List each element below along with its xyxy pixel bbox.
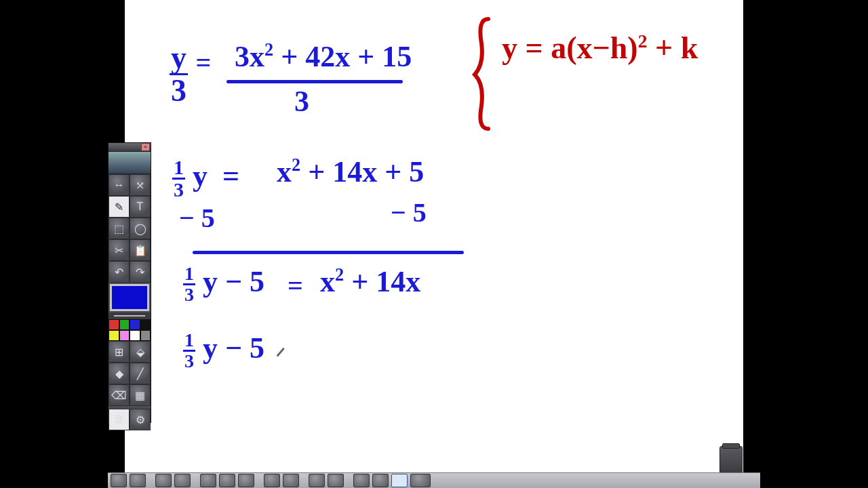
tb-zoomout[interactable] [353, 474, 370, 487]
eq1-rhs-num: 3x2 + 42x + 15 [235, 39, 412, 74]
swatch-green[interactable] [119, 319, 130, 330]
tool-rect[interactable]: ⬚ [108, 218, 130, 239]
palette-preview [108, 152, 151, 174]
tb-cut[interactable] [200, 474, 216, 487]
palette-extra-grid: ⊞ ⬙ ◆ ╱ ⌫ ▦ [108, 341, 151, 406]
pen-cursor-icon [273, 345, 289, 361]
palette-titlebar[interactable]: × [108, 143, 151, 152]
eq3-rhs: x2 + 14x [320, 264, 420, 299]
eq1-lhs: y3 = [170, 42, 211, 106]
eq3-lhs: 13 y − 5 [183, 264, 264, 304]
eq1-rhs-den: 3 [294, 84, 309, 119]
tool-stamp[interactable]: ⊞ [108, 341, 130, 363]
tool-cut[interactable]: ✂ [108, 239, 130, 261]
swatch-blue[interactable] [130, 319, 140, 330]
tool-erase[interactable]: ⌫ [108, 384, 130, 406]
tool-pen[interactable]: ✎ [108, 196, 130, 218]
curly-brace-icon [472, 16, 492, 131]
eq2-rhs: x2 + 14x + 5 [277, 155, 424, 189]
tool-move[interactable]: ↔ [108, 174, 130, 196]
tool-ellipse[interactable]: ◯ [130, 218, 151, 239]
tool-shapes[interactable]: ◆ [108, 363, 130, 384]
tool-palette[interactable]: × ↔ ⤧ ✎ T ⬚ ◯ ✂ 📋 ↶ ↷ ⊞ ⬙ ◆ ╱ ⌫ ▦ 🗎 ⚙ [108, 142, 151, 423]
tb-paste[interactable] [238, 474, 254, 487]
swatch-gray[interactable] [140, 330, 151, 341]
close-icon[interactable]: × [141, 143, 150, 151]
tb-print[interactable] [174, 474, 191, 487]
swatch-white[interactable] [130, 330, 140, 341]
tool-fill[interactable]: ⬙ [130, 341, 151, 363]
tb-home[interactable] [111, 474, 127, 487]
tool-settings[interactable]: ⚙ [130, 409, 151, 430]
tb-redo[interactable] [283, 474, 299, 487]
eq4-partial: 13 y − 5 [183, 331, 264, 371]
whiteboard-canvas[interactable]: y3 = 3x2 + 42x + 15 3 y = a(x−h)2 + k 13… [125, 0, 743, 483]
tb-save[interactable] [155, 474, 172, 487]
tb-view[interactable] [410, 474, 431, 487]
bottom-toolbar [108, 472, 760, 488]
tb-copy[interactable] [219, 474, 235, 487]
vertex-form-equation: y = a(x−h)2 + k [502, 30, 698, 66]
palette-tool-grid: ↔ ⤧ ✎ T ⬚ ◯ ✂ 📋 ↶ ↷ [108, 174, 151, 283]
palette-bottom-grid: 🗎 ⚙ [108, 409, 151, 430]
tool-text[interactable]: T [130, 196, 151, 218]
tb-prev[interactable] [309, 474, 325, 487]
trash-icon[interactable] [719, 446, 743, 473]
swatch-red[interactable] [108, 319, 119, 330]
color-swatches [108, 319, 151, 341]
tb-zoomin[interactable] [372, 474, 389, 487]
swatch-black[interactable] [140, 319, 151, 330]
current-color-swatch[interactable] [110, 284, 149, 311]
swatch-magenta[interactable] [119, 330, 130, 341]
tool-page[interactable]: 🗎 [108, 409, 130, 430]
eq1-fraction-bar [226, 80, 403, 83]
tool-paste[interactable]: 📋 [130, 239, 151, 261]
eq2-lhs: 13 y = [172, 157, 239, 200]
tb-undo[interactable] [264, 474, 280, 487]
eq2-underline [193, 251, 464, 254]
tb-open[interactable] [130, 474, 146, 487]
tb-next[interactable] [328, 474, 344, 487]
tool-redo[interactable]: ↷ [130, 261, 151, 283]
eq2-sub-left: − 5 [179, 202, 215, 234]
tool-select[interactable]: ⤧ [130, 174, 151, 196]
tool-lines[interactable]: ╱ [130, 363, 151, 384]
eq3-eq: = [288, 270, 303, 302]
tool-grid[interactable]: ▦ [130, 384, 151, 406]
tool-undo[interactable]: ↶ [108, 261, 130, 283]
eq2-sub-right: − 5 [391, 197, 427, 228]
stroke-width-icon[interactable] [108, 312, 151, 319]
tb-zoom[interactable] [391, 474, 408, 487]
swatch-yellow[interactable] [108, 330, 119, 341]
